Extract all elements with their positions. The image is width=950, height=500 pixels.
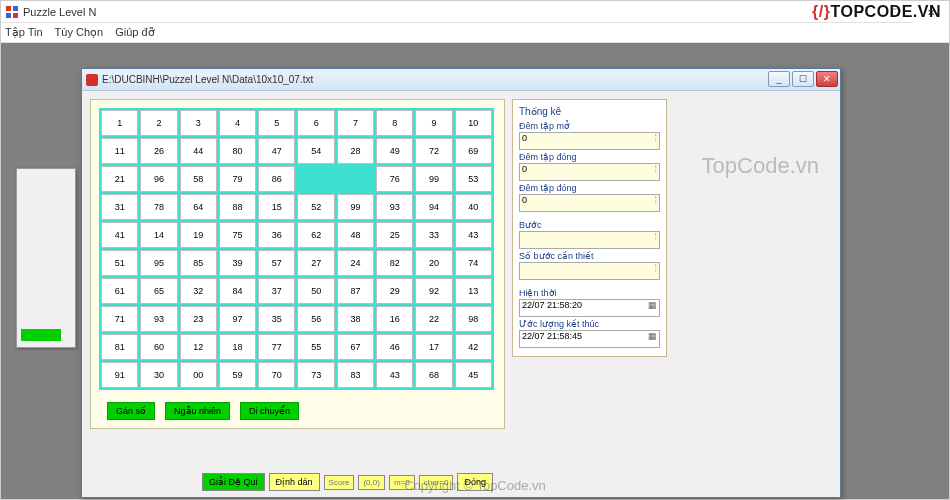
puzzle-cell[interactable]: 11 (101, 138, 138, 164)
puzzle-cell[interactable]: 32 (180, 278, 217, 304)
puzzle-cell[interactable]: 94 (415, 194, 452, 220)
puzzle-cell[interactable]: 71 (101, 306, 138, 332)
puzzle-cell[interactable]: 41 (101, 222, 138, 248)
puzzle-cell[interactable]: 1 (101, 110, 138, 136)
puzzle-cell[interactable] (337, 166, 374, 192)
puzzle-cell[interactable]: 20 (415, 250, 452, 276)
paste-button[interactable]: Định dán (269, 473, 320, 491)
puzzle-cell[interactable]: 39 (219, 250, 256, 276)
puzzle-cell[interactable]: 5 (258, 110, 295, 136)
puzzle-cell[interactable]: 88 (219, 194, 256, 220)
solve-recursive-button[interactable]: Giải Đệ Qui (202, 473, 265, 491)
puzzle-cell[interactable]: 30 (140, 362, 177, 388)
puzzle-cell[interactable]: 48 (337, 222, 374, 248)
puzzle-cell[interactable]: 24 (337, 250, 374, 276)
score-button[interactable]: Score (324, 475, 355, 490)
puzzle-cell[interactable]: 84 (219, 278, 256, 304)
puzzle-cell[interactable]: 29 (376, 278, 413, 304)
puzzle-cell[interactable]: 65 (140, 278, 177, 304)
puzzle-cell[interactable]: 46 (376, 334, 413, 360)
input-needed[interactable] (519, 262, 660, 280)
puzzle-cell[interactable]: 18 (219, 334, 256, 360)
cher-button[interactable]: cher=0 (419, 475, 454, 490)
puzzle-cell[interactable]: 67 (337, 334, 374, 360)
puzzle-cell[interactable]: 10 (455, 110, 492, 136)
puzzle-cell[interactable]: 58 (180, 166, 217, 192)
puzzle-cell[interactable]: 43 (376, 362, 413, 388)
puzzle-cell[interactable]: 98 (455, 306, 492, 332)
puzzle-cell[interactable]: 47 (258, 138, 295, 164)
puzzle-cell[interactable]: 16 (376, 306, 413, 332)
puzzle-cell[interactable]: 97 (219, 306, 256, 332)
puzzle-titlebar[interactable]: E:\DUCBINH\Puzzel Level N\Data\10x10_07.… (82, 69, 840, 91)
puzzle-cell[interactable]: 12 (180, 334, 217, 360)
puzzle-cell[interactable]: 95 (140, 250, 177, 276)
puzzle-cell[interactable]: 6 (297, 110, 334, 136)
puzzle-cell[interactable]: 23 (180, 306, 217, 332)
puzzle-cell[interactable]: 52 (297, 194, 334, 220)
input-close2[interactable]: 0 (519, 194, 660, 212)
puzzle-cell[interactable]: 69 (455, 138, 492, 164)
puzzle-cell[interactable]: 85 (180, 250, 217, 276)
puzzle-cell[interactable]: 59 (219, 362, 256, 388)
puzzle-cell[interactable]: 76 (376, 166, 413, 192)
puzzle-cell[interactable]: 43 (455, 222, 492, 248)
puzzle-cell[interactable]: 9 (415, 110, 452, 136)
puzzle-cell[interactable]: 44 (180, 138, 217, 164)
puzzle-cell[interactable]: 99 (337, 194, 374, 220)
puzzle-cell[interactable]: 81 (101, 334, 138, 360)
puzzle-cell[interactable]: 93 (376, 194, 413, 220)
puzzle-cell[interactable]: 35 (258, 306, 295, 332)
puzzle-cell[interactable]: 31 (101, 194, 138, 220)
puzzle-cell[interactable]: 64 (180, 194, 217, 220)
puzzle-cell[interactable]: 54 (297, 138, 334, 164)
puzzle-cell[interactable]: 87 (337, 278, 374, 304)
puzzle-cell[interactable]: 27 (297, 250, 334, 276)
puzzle-cell[interactable]: 72 (415, 138, 452, 164)
puzzle-cell[interactable]: 25 (376, 222, 413, 248)
puzzle-cell[interactable]: 7 (337, 110, 374, 136)
puzzle-cell[interactable]: 21 (101, 166, 138, 192)
child-maximize-button[interactable]: ☐ (792, 71, 814, 87)
puzzle-cell[interactable]: 78 (140, 194, 177, 220)
puzzle-cell[interactable]: 13 (455, 278, 492, 304)
menu-file[interactable]: Tập Tin (5, 26, 43, 39)
puzzle-cell[interactable]: 70 (258, 362, 295, 388)
child-close-button[interactable]: ✕ (816, 71, 838, 87)
background-window[interactable] (16, 168, 76, 348)
puzzle-cell[interactable]: 96 (140, 166, 177, 192)
puzzle-cell[interactable]: 37 (258, 278, 295, 304)
puzzle-cell[interactable]: 8 (376, 110, 413, 136)
menu-options[interactable]: Tùy Chọn (55, 26, 104, 39)
coord-button[interactable]: (0,0) (358, 475, 384, 490)
puzzle-cell[interactable]: 28 (337, 138, 374, 164)
input-close1[interactable]: 0 (519, 163, 660, 181)
puzzle-cell[interactable]: 33 (415, 222, 452, 248)
puzzle-cell[interactable]: 4 (219, 110, 256, 136)
puzzle-cell[interactable]: 51 (101, 250, 138, 276)
puzzle-cell[interactable]: 53 (455, 166, 492, 192)
menu-help[interactable]: Giúp đỡ (115, 26, 154, 39)
puzzle-cell[interactable]: 2 (140, 110, 177, 136)
puzzle-cell[interactable]: 22 (415, 306, 452, 332)
puzzle-cell[interactable]: 45 (455, 362, 492, 388)
puzzle-cell[interactable]: 36 (258, 222, 295, 248)
puzzle-cell[interactable]: 68 (415, 362, 452, 388)
puzzle-cell[interactable]: 93 (140, 306, 177, 332)
random-button[interactable]: Ngẫu nhiên (165, 402, 230, 420)
puzzle-cell[interactable]: 79 (219, 166, 256, 192)
puzzle-cell[interactable]: 60 (140, 334, 177, 360)
input-current-time[interactable]: 22/07 21:58:20 (519, 299, 660, 317)
puzzle-cell[interactable]: 86 (258, 166, 295, 192)
move-button[interactable]: Di chuyển (240, 402, 299, 420)
puzzle-cell[interactable]: 80 (219, 138, 256, 164)
puzzle-cell[interactable]: 99 (415, 166, 452, 192)
child-minimize-button[interactable]: _ (768, 71, 790, 87)
puzzle-cell[interactable]: 92 (415, 278, 452, 304)
puzzle-cell[interactable]: 17 (415, 334, 452, 360)
puzzle-cell[interactable]: 3 (180, 110, 217, 136)
puzzle-cell[interactable]: 19 (180, 222, 217, 248)
puzzle-cell[interactable]: 55 (297, 334, 334, 360)
puzzle-cell[interactable]: 74 (455, 250, 492, 276)
puzzle-cell[interactable] (297, 166, 334, 192)
